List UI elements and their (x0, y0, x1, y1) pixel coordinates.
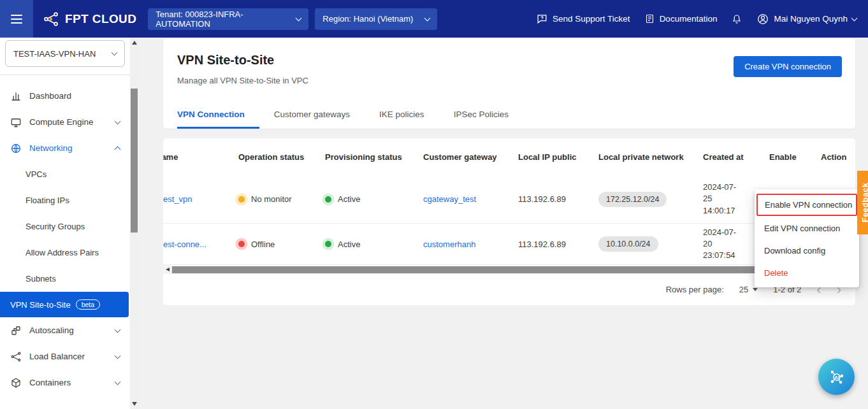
project-selector[interactable]: TEST-IAAS-VPN-HAN (5, 40, 125, 67)
tab-customer-gateways[interactable]: Customer gateways (259, 110, 365, 129)
chevron-down-icon (296, 15, 302, 21)
menu-item-edit-vpn-connection[interactable]: Edit VPN connection (755, 217, 859, 240)
region-selector[interactable]: Region: Hanoi (Vietnam) (315, 8, 437, 30)
tab-bar: VPN Connection Customer gateways IKE pol… (177, 110, 523, 129)
sidebar-item-label: Networking (29, 143, 73, 153)
chevron-down-icon (753, 288, 758, 291)
chevron-down-icon (115, 378, 121, 385)
col-enable: Enable (769, 152, 821, 162)
hamburger-menu-button[interactable] (0, 0, 33, 38)
col-name: Name (163, 152, 238, 162)
sidebar-subitem-subnets[interactable]: Subnets (0, 266, 130, 292)
menu-item-download-config[interactable]: Download config (755, 240, 859, 262)
menu-item-delete[interactable]: Delete (755, 262, 859, 284)
table-footer: Rows per page: 25 1-2 of 2 ‹ › (163, 274, 855, 305)
col-customer-gateway: Customer gateway (423, 152, 518, 162)
tab-ipsec-policies[interactable]: IPSec Policies (439, 110, 523, 129)
chevron-up-icon (115, 146, 121, 152)
col-local-private-network: Local private network (598, 152, 703, 162)
documentation-link[interactable]: Documentation (644, 13, 718, 24)
vpn-name-link[interactable]: est-conne... (163, 240, 206, 249)
fpt-cloud-logo[interactable]: FPT CLOUD (43, 11, 136, 27)
tenant-label: Tenant: 000823-INFRA-AUTOMATION (156, 10, 296, 29)
sidebar-subitem-label: Subnets (25, 274, 56, 283)
sidebar: TEST-IAAS-VPN-HAN Dashboard Compute Engi… (0, 38, 130, 409)
tenant-selector[interactable]: Tenant: 000823-INFRA-AUTOMATION (148, 8, 308, 30)
sidebar-item-dashboard[interactable]: Dashboard (0, 83, 130, 109)
sidebar-item-load-balancer[interactable]: Load Balancer (0, 343, 130, 370)
user-name: Mai Nguyen Quynh (774, 14, 848, 24)
table-row: est-conne... Offline Active customerhanh… (163, 224, 855, 265)
sidebar-item-containers[interactable]: Containers (0, 370, 130, 396)
vpn-table-card: Name Operation status Provisioning statu… (163, 138, 855, 305)
sidebar-divider (0, 75, 130, 75)
scroll-down-arrow[interactable] (132, 402, 137, 406)
col-local-ip-public: Local IP public (518, 152, 598, 162)
feedback-tab[interactable]: Feedback (857, 171, 868, 234)
col-provisioning-status: Provisioning status (325, 152, 423, 162)
sidebar-subitem-label: Allow Address Pairs (25, 248, 99, 257)
horizontal-scrollbar-thumb[interactable] (172, 266, 755, 273)
status-dot-yellow-icon (238, 196, 245, 203)
horizontal-scrollbar[interactable] (163, 266, 855, 274)
topbar-right: Send Support Ticket Documentation (536, 13, 868, 25)
notifications-button[interactable] (731, 13, 742, 25)
create-vpn-connection-button[interactable]: Create VPN connection (734, 56, 842, 77)
page-header-card: VPN Site-to-Site Manage all VPN Site-to-… (163, 39, 855, 129)
sidebar-item-networking[interactable]: Networking (0, 135, 130, 161)
chevron-down-icon (115, 118, 121, 124)
sidebar-subitem-label: VPN Site-to-Site (10, 300, 71, 310)
scroll-up-arrow[interactable] (132, 41, 137, 45)
support-chat-icon (536, 13, 548, 25)
documentation-icon (644, 13, 655, 24)
chevron-down-icon (115, 326, 121, 333)
topbar: FPT CLOUD Tenant: 000823-INFRA-AUTOMATIO… (0, 0, 868, 38)
containers-icon (10, 377, 22, 389)
sidebar-subitem-floating-ips[interactable]: Floating IPs (0, 187, 130, 213)
send-support-ticket-link[interactable]: Send Support Ticket (536, 13, 630, 25)
scroll-left-arrow[interactable] (166, 268, 170, 271)
sidebar-item-label: Load Balancer (29, 352, 85, 361)
sidebar-subitem-vpn-site-to-site[interactable]: VPN Site-to-Site beta (0, 292, 129, 317)
sidebar-item-label: Compute Engine (29, 117, 94, 127)
rows-per-page-label: Rows per page: (666, 285, 724, 294)
menu-item-enable-vpn-connection[interactable]: Enable VPN connection (756, 194, 857, 216)
sidebar-scrollbar[interactable] (130, 38, 138, 409)
sidebar-subitem-label: Security Groups (25, 222, 85, 231)
autoscaling-icon (10, 325, 22, 336)
tab-ike-policies[interactable]: IKE policies (365, 110, 439, 129)
ai-assistant-button[interactable]: AI (818, 359, 855, 395)
user-menu[interactable]: Mai Nguyen Quynh (756, 13, 857, 25)
sidebar-item-autoscaling[interactable]: Autoscaling (0, 317, 130, 343)
status-dot-red-icon (238, 241, 245, 247)
customer-gateway-link[interactable]: cgateway_test (423, 194, 476, 204)
vpn-name-link[interactable]: est_vpn (163, 194, 192, 204)
provisioning-status: Active (325, 240, 417, 249)
dashboard-icon (10, 90, 22, 102)
sidebar-subitem-label: VPCs (25, 169, 47, 179)
beta-badge: beta (76, 299, 100, 310)
sidebar-subitem-vpcs[interactable]: VPCs (0, 161, 130, 187)
sidebar-subitem-security-groups[interactable]: Security Groups (0, 213, 130, 240)
chevron-down-icon (115, 352, 121, 359)
sidebar-subitem-allow-address-pairs[interactable]: Allow Address Pairs (0, 240, 130, 266)
chevron-down-icon (424, 15, 431, 21)
col-operation-status: Operation status (238, 152, 325, 162)
local-ip-public: 113.192.6.89 (518, 240, 598, 249)
sidebar-item-label: Dashboard (29, 91, 71, 101)
table-row: est_vpn No monitor Active cgateway_test … (163, 175, 855, 224)
status-dot-green-icon (325, 196, 331, 203)
local-private-network-chip: 10.10.0.0/24 (598, 236, 658, 252)
sidebar-item-compute-engine[interactable]: Compute Engine (0, 109, 130, 135)
sidebar-scrollbar-thumb[interactable] (131, 89, 138, 233)
customer-gateway-link[interactable]: customerhanh (423, 240, 475, 249)
chevron-down-icon (112, 50, 118, 56)
col-created-at: Created at (703, 152, 769, 162)
tab-vpn-connection[interactable]: VPN Connection (177, 110, 259, 129)
svg-text:AI: AI (834, 375, 839, 380)
table-header-row: Name Operation status Provisioning statu… (163, 138, 855, 175)
networking-globe-icon (10, 143, 22, 154)
region-label: Region: Hanoi (Vietnam) (322, 14, 413, 24)
status-dot-green-icon (325, 241, 331, 247)
chevron-down-icon (851, 15, 858, 21)
